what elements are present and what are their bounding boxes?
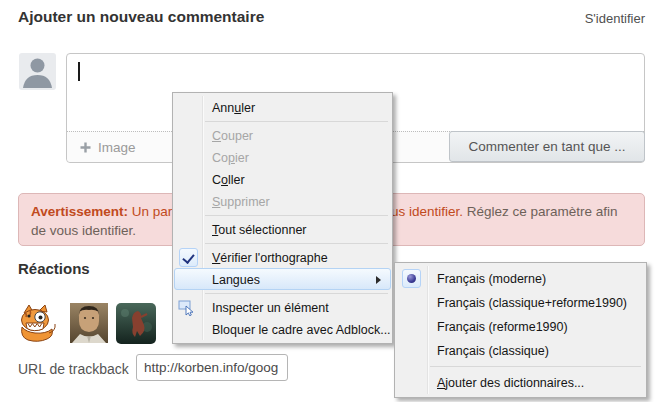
page-title: Ajouter un nouveau commentaire [18,8,264,26]
menu-item-coller[interactable]: Coller [174,168,391,190]
menu-item-label: Français (classique) [437,344,549,358]
menu-item-langues[interactable]: Langues [174,268,391,290]
menu-item-bloquer-adblock[interactable]: Bloquer le cadre avec Adblock... [174,318,391,340]
label-text: ues [240,273,260,287]
add-image-button[interactable]: Image [80,132,136,162]
menu-item-label: Couper [212,129,253,143]
trackback-url-input[interactable] [136,354,288,381]
menu-item-tout-selectionner[interactable]: Tout sélectionner [174,218,391,240]
label-text: Lan [212,273,233,287]
radio-frame [402,269,421,288]
menu-separator [205,243,388,244]
menu-item-supprimer[interactable]: Supprimer [174,190,391,212]
commenter-avatar [19,53,56,90]
menu-separator [205,293,388,294]
menu-item-label: Inspecter un élément [212,301,329,315]
menu-separator [205,215,388,216]
label-text: ler [241,101,255,115]
menu-item-couper[interactable]: Couper [174,124,391,146]
menu-item-label: Bloquer le cadre avec Adblock... [212,323,391,337]
cat-cartoon-avatar [16,303,58,343]
menu-item-label: Coller [212,173,245,187]
label-text: Co [212,151,228,165]
menu-separator [430,366,641,367]
reaction-avatar-fantasy[interactable] [116,303,156,348]
menu-item-verifier-orthographe[interactable]: Vérifier l'orthographe [174,246,391,268]
submenu-item-francais-moderne[interactable]: Français (moderne) [396,266,645,290]
language-submenu: Français (moderne) Français (classique+r… [394,262,647,398]
signin-link[interactable]: S'identifier [585,11,645,26]
checkmark-icon [182,251,194,264]
comment-as-button[interactable]: Commenter en tant que ... [449,131,645,162]
man-photo-avatar [70,303,108,343]
submenu-arrow-icon [376,276,381,284]
menu-item-label: Langues [212,273,260,287]
reactions-heading: Réactions [18,260,90,277]
menu-item-label: Vérifier l'orthographe [212,251,328,265]
menu-item-label: Supprimer [212,195,270,209]
menu-item-label: Tout sélectionner [212,223,307,237]
plus-icon [80,142,91,153]
trackback-label: URL de trackback [18,361,129,377]
menu-item-label: Annuler [212,101,255,115]
label-mnemonic: g [233,273,240,287]
menu-item-label: Copier [212,151,249,165]
submenu-item-francais-reforme1990[interactable]: Français (reforme1990) [396,314,645,338]
label-text: jouter des dictionnaires... [445,376,584,390]
submenu-item-ajouter-dictionnaires[interactable]: Ajouter des dictionnaires... [396,370,645,394]
page: Ajouter un nouveau commentaire S'identif… [0,0,659,402]
menu-item-label: Français (moderne) [437,272,546,286]
submenu-item-francais-classique-reforme1990[interactable]: Français (classique+reforme1990) [396,290,645,314]
label-mnemonic: p [228,151,235,165]
inspect-cursor-icon [178,300,194,316]
label-mnemonic: C [212,129,221,143]
menu-item-label: Français (classique+reforme1990) [437,296,627,310]
label-text: ier [235,151,249,165]
context-menu: Annuler Couper Copier Coller Supprimer T… [172,92,393,344]
dark-fantasy-avatar [116,303,156,344]
label-text: out sélectionner [218,223,306,237]
label-text: ller [228,173,245,187]
reaction-avatar-cat[interactable] [16,303,58,347]
warning-text-fragment: ous identifier. [383,204,463,219]
menu-item-label: Ajouter des dictionnaires... [437,376,584,390]
label-mnemonic: o [221,173,228,187]
submenu-item-francais-classique[interactable]: Français (classique) [396,338,645,362]
label-text: ouper [221,129,253,143]
reaction-avatar-photo[interactable] [70,303,108,347]
radio-dot-icon [407,274,416,283]
checkbox-frame [179,248,198,267]
text-caret [78,62,80,81]
menu-item-copier[interactable]: Copier [174,146,391,168]
warning-prefix: Avertissement: [31,204,128,219]
add-image-label: Image [98,140,136,155]
label-text: Ann [212,101,234,115]
label-text: C [212,173,221,187]
person-silhouette-icon [19,53,56,90]
warning-advice: Réglez ce paramètre afin [467,204,618,219]
label-text: upprimer [220,195,269,209]
menu-item-inspecter-element[interactable]: Inspecter un élément [174,296,391,318]
menu-item-annuler[interactable]: Annuler [174,96,391,118]
menu-item-label: Français (reforme1990) [437,320,568,334]
menu-separator [205,121,388,122]
label-text: érifier l'orthographe [220,251,327,265]
